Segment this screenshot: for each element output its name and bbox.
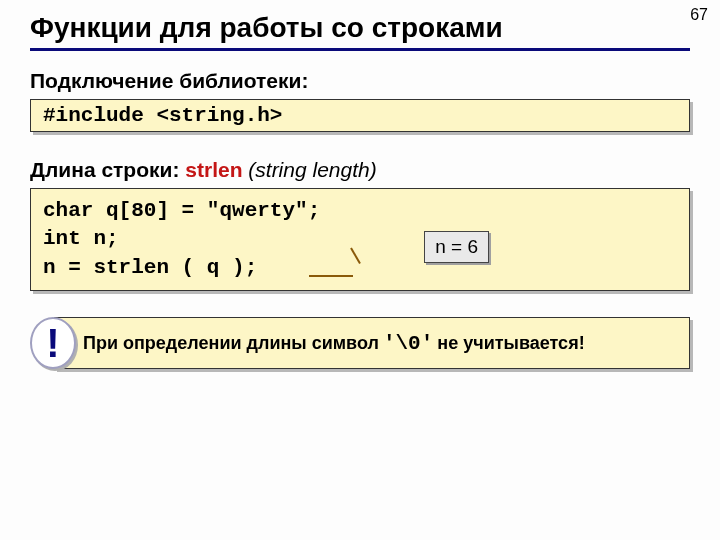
code-line-3: n = strlen ( q ); — [43, 254, 677, 282]
section-include-label: Подключение библиотеки: — [30, 69, 690, 93]
connector-line — [309, 275, 353, 277]
strlen-keyword: strlen — [185, 158, 242, 181]
alert-text-after: не учитывается! — [437, 333, 584, 354]
alert-row: ! При определении длины символ '\0' не у… — [30, 317, 690, 369]
code-line-2: int n; — [43, 225, 677, 253]
alert-nullchar: '\0' — [383, 332, 433, 355]
strlen-prefix: Длина строки: — [30, 158, 185, 181]
page-number: 67 — [690, 6, 708, 24]
page-title: Функции для работы со строками — [30, 12, 690, 44]
code-strlen: char q[80] = "qwerty"; int n; n = strlen… — [30, 188, 690, 291]
strlen-suffix: (string length) — [242, 158, 376, 181]
slide-content: Функции для работы со строками Подключен… — [0, 0, 720, 369]
alert-text-before: При определении длины символ — [83, 333, 379, 354]
code-line-1: char q[80] = "qwerty"; — [43, 197, 677, 225]
alert-icon: ! — [30, 317, 76, 369]
code-include: #include <string.h> — [30, 99, 690, 132]
code-include-text: #include <string.h> — [43, 104, 282, 127]
alert-box: При определении длины символ '\0' не учи… — [54, 317, 690, 369]
title-underline — [30, 48, 690, 51]
result-badge: n = 6 — [424, 231, 489, 263]
section-strlen-label: Длина строки: strlen (string length) — [30, 158, 690, 182]
